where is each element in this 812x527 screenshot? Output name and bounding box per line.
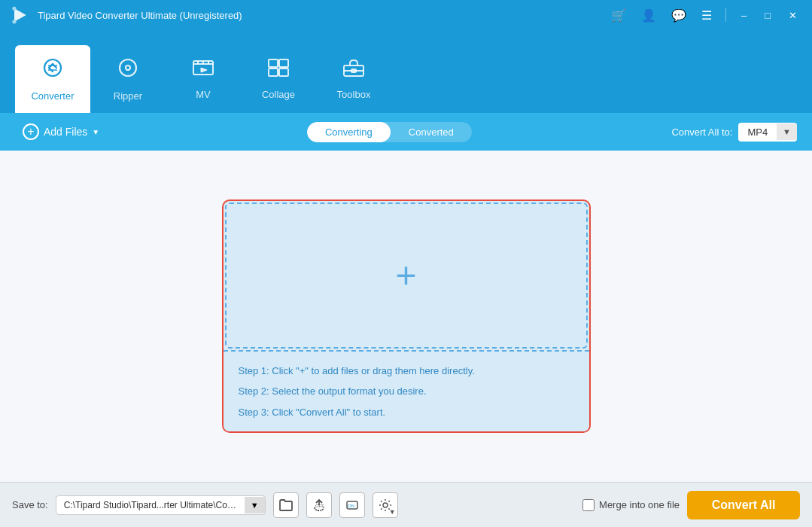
svg-point-2 [12,20,16,23]
svg-rect-9 [269,69,278,76]
nav-collage-label: Collage [262,89,295,100]
ripper-icon [117,56,139,84]
add-files-label: Add Files [44,126,87,138]
format-dropdown-arrow[interactable]: ▼ [777,123,797,140]
drop-zone[interactable]: + Step 1: Click "+" to add files or drag… [222,200,591,433]
nav-item-converter[interactable]: Converter [15,45,90,113]
app-title: Tipard Video Converter Ultimate (Unregis… [38,10,607,21]
svg-point-5 [126,65,130,70]
format-value: MP4 [738,123,777,142]
convert-all-to-label: Convert All to: [671,126,732,138]
nav-converter-label: Converter [31,90,74,102]
convert-all-to-group: Convert All to: MP4 ▼ [671,123,797,142]
svg-rect-7 [269,59,278,67]
open-folder-button[interactable] [273,492,299,518]
separator [725,8,726,22]
save-to-label: Save to: [12,499,48,510]
nav-toolbox-label: Toolbox [337,89,371,100]
app-logo [9,5,30,26]
merge-checkbox[interactable] [582,499,595,511]
merge-label: Merge into one file [599,499,680,510]
nav-item-ripper[interactable]: Ripper [90,45,166,113]
svg-text:OFF: OFF [315,504,324,508]
drop-upper-inner: + [225,203,588,349]
collage-icon [267,58,290,83]
svg-rect-8 [279,59,288,67]
hardware-accel-button[interactable]: ON [339,492,365,518]
cart-icon[interactable]: 🛒 [607,5,631,26]
svg-marker-0 [14,8,26,22]
close-button[interactable]: ✕ [783,7,803,24]
nav-mv-label: MV [196,89,211,100]
svg-rect-10 [279,69,288,76]
nav-item-mv[interactable]: MV [166,45,241,113]
maximize-button[interactable]: □ [759,7,777,24]
save-path-dropdown-arrow[interactable]: ▼ [245,497,265,513]
add-files-dropdown-arrow[interactable]: ▼ [92,128,99,136]
save-path-group: C:\Tipard Studio\Tipard...rter Ultimate\… [56,495,266,515]
converter-icon [41,56,64,84]
minimize-button[interactable]: – [735,7,753,24]
nav-item-toolbox[interactable]: Toolbox [316,45,391,113]
drop-step-2: Step 2: Select the output format you des… [239,384,574,399]
tab-converting[interactable]: Converting [307,122,391,142]
drop-plus-icon: + [395,257,416,294]
nav-item-collage[interactable]: Collage [241,45,316,113]
main-content: + Step 1: Click "+" to add files or drag… [0,151,812,482]
drop-step-1: Step 1: Click "+" to add files or drag t… [239,364,574,379]
add-files-circle-icon: + [23,123,39,140]
titlebar-controls: 🛒 👤 💬 ☰ – □ ✕ [607,5,803,26]
convert-all-button[interactable]: Convert All [687,491,800,519]
svg-point-17 [383,503,388,507]
drop-upper[interactable]: + [224,201,589,352]
settings-button[interactable]: ▼ [373,492,398,518]
add-files-button[interactable]: + Add Files ▼ [15,119,107,145]
save-path-value: C:\Tipard Studio\Tipard...rter Ultimate\… [56,496,245,514]
nav-ripper-label: Ripper [114,90,142,102]
format-dropdown[interactable]: MP4 ▼ [738,123,797,142]
menu-icon[interactable]: ☰ [697,5,716,26]
toolbox-icon [342,58,365,83]
svg-point-3 [44,59,61,76]
user-icon[interactable]: 👤 [637,5,661,26]
tab-group: Converting Converted [307,122,472,142]
svg-text:ON: ON [348,504,354,508]
tab-converted[interactable]: Converted [391,122,472,142]
titlebar: Tipard Video Converter Ultimate (Unregis… [0,0,812,30]
toolbar: + Add Files ▼ Converting Converted Conve… [0,113,812,151]
drop-step-3: Step 3: Click "Convert All" to start. [239,405,574,420]
drop-lower: Step 1: Click "+" to add files or drag t… [224,352,589,432]
svg-point-1 [12,7,16,11]
boost-button[interactable]: OFF [306,492,332,518]
svg-point-4 [120,59,136,76]
bottombar: Save to: C:\Tipard Studio\Tipard...rter … [0,482,812,527]
chat-icon[interactable]: 💬 [667,5,691,26]
mv-icon [192,58,214,83]
settings-arrow: ▼ [389,508,396,516]
merge-group: Merge into one file [582,499,680,511]
navbar: Converter Ripper MV [0,30,812,113]
